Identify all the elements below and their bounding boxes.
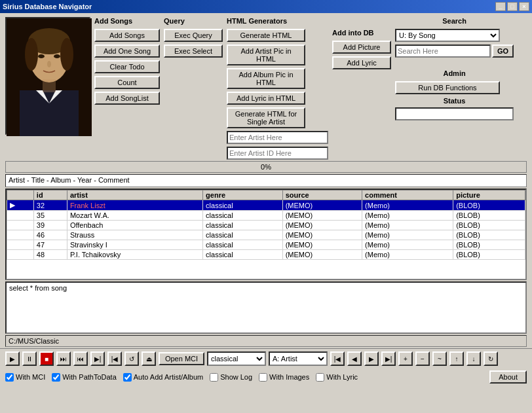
eject-button[interactable]: ⏏: [142, 351, 156, 366]
table-container[interactable]: id artist genre source comment picture ▶…: [5, 189, 527, 280]
artist-input[interactable]: [227, 131, 328, 144]
sql-bar: select * from song: [5, 281, 527, 334]
back-button[interactable]: |◀: [107, 351, 122, 366]
cell-id: 35: [33, 211, 67, 221]
close-button[interactable]: ×: [519, 2, 529, 11]
show-log-item[interactable]: Show Log: [210, 373, 252, 382]
prev-button[interactable]: ⏮: [73, 351, 88, 366]
add-songs-button[interactable]: Add Songs: [94, 29, 160, 42]
row-indicator: [7, 211, 34, 221]
with-lyric-checkbox[interactable]: [316, 373, 324, 382]
with-mci-item[interactable]: With MCI: [5, 373, 45, 382]
html-db-section: HTML Generators Generate HTML Add Artist…: [227, 17, 328, 160]
table-row[interactable]: 48P.I. Tchaikovskyclassical(MEMO)(Memo)(…: [7, 250, 525, 260]
cell-comment: (Memo): [362, 221, 453, 230]
artist-id-input[interactable]: [227, 147, 328, 160]
search-input[interactable]: [395, 45, 491, 58]
svg-rect-9: [20, 90, 79, 136]
nav-tilde[interactable]: ~: [432, 351, 447, 366]
open-mci-button[interactable]: Open MCI: [159, 352, 204, 365]
nav-down[interactable]: ↓: [466, 351, 481, 366]
table-row[interactable]: ▶32Frank Lisztclassical(MEMO)(Memo)(BLOB…: [7, 200, 525, 211]
add-one-song-button[interactable]: Add One Song: [94, 45, 160, 58]
nav-sub[interactable]: −: [415, 351, 430, 366]
add-artist-pic-button[interactable]: Add Artist Pic in HTML: [227, 45, 305, 65]
table-row[interactable]: 35Mozart W.A.classical(MEMO)(Memo)(BLOB): [7, 211, 525, 221]
table-row[interactable]: 47Stravinsky Iclassical(MEMO)(Memo)(BLOB…: [7, 240, 525, 250]
cell-genre: classical: [203, 240, 283, 250]
html-generators-title: HTML Generators: [227, 17, 328, 25]
with-path-checkbox[interactable]: [52, 373, 60, 382]
svg-point-8: [47, 61, 51, 67]
add-db-section: Add into DB Add Picture Add Lyric: [332, 29, 391, 69]
stop-button[interactable]: ■: [39, 351, 54, 366]
path-text: C:/MUS/Classic: [9, 337, 59, 345]
svg-point-4: [25, 38, 38, 71]
nav-first[interactable]: |◀: [330, 351, 345, 366]
with-mci-label: With MCI: [16, 373, 45, 381]
nav-last[interactable]: ▶|: [381, 351, 396, 366]
cell-genre: classical: [203, 250, 283, 260]
add-lyric-html-button[interactable]: Add Lyric in HTML: [227, 92, 305, 105]
nav-up[interactable]: ↑: [449, 351, 464, 366]
go-button[interactable]: GO: [492, 45, 514, 58]
cell-genre: classical: [203, 230, 283, 240]
about-button[interactable]: About: [489, 370, 527, 384]
table-row[interactable]: 46Straussclassical(MEMO)(Memo)(BLOB): [7, 230, 525, 240]
auto-add-item[interactable]: Auto Add Artist/Album: [123, 373, 203, 382]
progress-bar: 0%: [5, 161, 527, 173]
with-lyric-label: With Lyric: [326, 373, 358, 381]
status-box: [395, 107, 514, 120]
clear-todo-button[interactable]: Clear Todo: [94, 60, 160, 73]
top-panel: Add Songs Add Songs Add One Song Clear T…: [0, 13, 532, 160]
cell-genre: classical: [203, 200, 283, 211]
window-controls[interactable]: _ □ ×: [495, 2, 529, 11]
play-button[interactable]: ▶: [5, 351, 20, 366]
show-log-checkbox[interactable]: [210, 373, 218, 382]
row-indicator: [7, 240, 34, 250]
exec-query-button[interactable]: Exec Query: [164, 29, 223, 42]
pause-button[interactable]: ⏸: [22, 351, 37, 366]
col-genre: genre: [203, 190, 283, 200]
with-mci-checkbox[interactable]: [5, 373, 14, 382]
next-button[interactable]: ⏭: [56, 351, 71, 366]
count-button[interactable]: Count: [94, 76, 160, 89]
artist-dropdown[interactable]: A: Artist A: Album A: Title: [269, 351, 328, 366]
minimize-button[interactable]: _: [495, 2, 506, 11]
repeat-button[interactable]: ↺: [124, 351, 139, 366]
cell-comment: (Memo): [362, 250, 453, 260]
add-songs-section: Add Songs Add Songs Add One Song Clear T…: [94, 17, 160, 105]
maximize-button[interactable]: □: [507, 2, 518, 11]
search-dropdown[interactable]: U: By Song U: By Artist U: By Album U: B…: [395, 29, 500, 42]
auto-add-checkbox[interactable]: [123, 373, 132, 382]
table-row[interactable]: 39Offenbachclassical(MEMO)(Memo)(BLOB): [7, 221, 525, 230]
table-body[interactable]: ▶32Frank Lisztclassical(MEMO)(Memo)(BLOB…: [7, 200, 525, 260]
nav-add[interactable]: +: [398, 351, 413, 366]
with-path-item[interactable]: With PathToData: [52, 373, 117, 382]
nav-next[interactable]: ▶: [364, 351, 379, 366]
cell-artist: Frank Liszt: [67, 200, 202, 211]
add-album-pic-button[interactable]: Add Album Pic in HTML: [227, 68, 305, 89]
add-lyric-button[interactable]: Add Lyric: [332, 56, 391, 69]
with-lyric-item[interactable]: With Lyric: [316, 373, 358, 382]
genre-dropdown[interactable]: classical jazz pop rock: [207, 351, 266, 366]
with-images-item[interactable]: With Images: [259, 373, 309, 382]
info-text: Artist - Title - Album - Year - Comment: [9, 176, 130, 184]
cell-source: (MEMO): [282, 240, 362, 250]
generate-html-button[interactable]: Generate HTML: [227, 29, 305, 42]
cell-artist: Mozart W.A.: [67, 211, 202, 221]
add-songlist-button[interactable]: Add SongList: [94, 92, 160, 105]
nav-refresh[interactable]: ↻: [484, 351, 498, 366]
exec-select-button[interactable]: Exec Select: [164, 45, 223, 58]
main-window: Add Songs Add Songs Add One Song Clear T…: [0, 13, 532, 413]
generate-html-single-button[interactable]: Generate HTML for Single Artist: [227, 107, 305, 128]
cell-comment: (Memo): [362, 240, 453, 250]
add-picture-button[interactable]: Add Picture: [332, 41, 391, 54]
nav-prev[interactable]: ◀: [347, 351, 362, 366]
with-images-checkbox[interactable]: [259, 373, 267, 382]
run-db-button[interactable]: Run DB Functions: [395, 81, 500, 94]
cell-source: (MEMO): [282, 230, 362, 240]
add-songs-title: Add Songs: [94, 17, 160, 25]
row-indicator: [7, 230, 34, 240]
forward-button[interactable]: ▶|: [90, 351, 105, 366]
